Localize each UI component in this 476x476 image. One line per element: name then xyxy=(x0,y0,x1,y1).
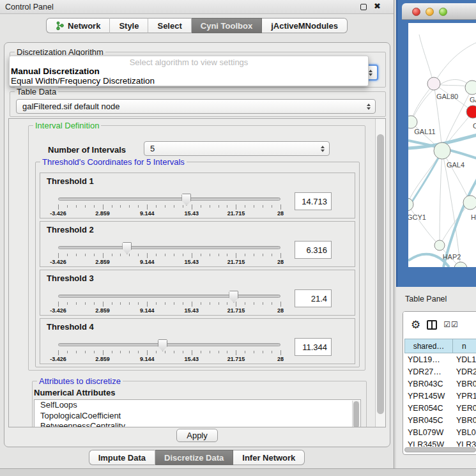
tab-select[interactable]: Select xyxy=(148,18,191,33)
tick-mark xyxy=(280,350,281,355)
slider-track xyxy=(58,197,280,201)
tick-mark xyxy=(112,205,112,208)
tick-mark xyxy=(280,204,281,210)
cell-shared-name: YLR345W xyxy=(404,440,453,447)
threshold-value-field[interactable]: 21.4 xyxy=(295,289,332,307)
cell-shared-name: YER054C xyxy=(404,404,453,413)
tick-mark xyxy=(174,254,174,256)
tick-mark xyxy=(174,351,174,353)
network-node-labels: GAL80GACGAL11GAL4GCY1HHAP2 xyxy=(408,93,476,261)
table-row[interactable]: YBR045CYBR0 xyxy=(404,414,476,426)
tick-mark xyxy=(272,205,272,208)
table-row[interactable]: YDL19…YDL1 xyxy=(404,353,476,365)
tab-network[interactable]: Network xyxy=(46,18,110,33)
tick-label: 9.144 xyxy=(140,210,155,217)
tab-cyni-toolbox[interactable]: Cyni Toolbox xyxy=(192,18,262,33)
float-icon[interactable] xyxy=(360,4,367,10)
tick-mark xyxy=(245,351,245,353)
table-row[interactable]: YPR145WYPR1 xyxy=(404,390,476,402)
tick-mark xyxy=(254,254,254,256)
network-node-label: GA xyxy=(470,96,476,104)
tab-label: Impute Data xyxy=(98,453,146,463)
threshold-slider-3[interactable]: -3.4262.8599.14415.4321.71528 xyxy=(58,293,280,314)
column-header-shared-name[interactable]: shared… xyxy=(404,339,453,353)
slider-track xyxy=(58,295,280,298)
table-row[interactable]: YDR27…YDR2 xyxy=(404,365,476,378)
tick-label: -3.426 xyxy=(50,307,66,314)
table-row[interactable]: YLR345WYLR3 xyxy=(404,438,476,447)
tab-discretize-data[interactable]: Discretize Data xyxy=(155,450,233,465)
table-panel: Table Panel ⚙ ☑☑ shared… n YDL19…YDL1YDR… xyxy=(396,287,476,468)
tick-mark xyxy=(165,254,165,256)
column-header-name[interactable]: n xyxy=(453,339,476,353)
network-node[interactable] xyxy=(466,105,476,118)
cell-shared-name: YBR045C xyxy=(404,416,453,425)
tick-label: 15.43 xyxy=(185,356,199,362)
table-panel-title: Table Panel xyxy=(405,295,447,303)
minimize-traffic-light-icon[interactable] xyxy=(426,8,434,16)
tick-mark xyxy=(147,302,148,307)
apply-button[interactable]: Apply xyxy=(176,429,218,442)
table-horizontal-scrollbar[interactable] xyxy=(404,447,476,452)
tick-mark xyxy=(219,205,219,208)
tab-impute-data[interactable]: Impute Data xyxy=(89,450,155,465)
tick-label: 28 xyxy=(277,210,284,217)
threshold-value-field[interactable]: 6.316 xyxy=(295,241,332,259)
table-row[interactable]: YBL079WYBL0 xyxy=(404,426,476,438)
interval-definition-label: Interval Definition xyxy=(33,121,101,130)
threshold-slider-4[interactable]: -3.4262.8599.14415.4321.71528 xyxy=(58,342,280,362)
thresholds-group: Threshold's Coordinates for 5 Intervals … xyxy=(35,162,360,367)
network-node[interactable] xyxy=(463,196,476,210)
select-columns-icon[interactable]: ☑☑ xyxy=(443,320,459,329)
tick-mark xyxy=(94,302,95,305)
tick-mark xyxy=(174,302,174,305)
tick-mark xyxy=(192,253,192,258)
tick-mark xyxy=(120,302,121,305)
algorithm-option-equal-width[interactable]: Equal Width/Frequency Discretization xyxy=(11,76,155,86)
tick-mark xyxy=(183,205,183,208)
threshold-value-field[interactable]: 14.713 xyxy=(295,192,332,210)
threshold-slider-1[interactable]: -3.4262.8599.14415.4321.71528 xyxy=(58,196,280,217)
table-data-combobox[interactable]: galFiltered.sif default node xyxy=(16,99,376,114)
network-node[interactable] xyxy=(465,81,476,95)
tick-label: 28 xyxy=(277,356,284,362)
columns-icon[interactable] xyxy=(427,320,437,330)
threshold-value-field[interactable]: 11.344 xyxy=(295,338,332,356)
tab-infer-network[interactable]: Infer Network xyxy=(233,450,305,465)
tick-label: -3.426 xyxy=(50,356,66,362)
attribute-list-scrollbar[interactable] xyxy=(352,401,360,427)
tick-mark xyxy=(76,351,77,353)
network-node[interactable] xyxy=(434,142,450,159)
table-row[interactable]: YER054CYER0 xyxy=(404,402,476,414)
tab-style[interactable]: Style xyxy=(110,18,148,33)
attribute-item[interactable]: BetweennessCentrality xyxy=(35,421,360,427)
network-canvas[interactable]: GAL80GACGAL11GAL4GCY1HHAP2 xyxy=(408,23,476,267)
gear-icon[interactable]: ⚙ xyxy=(411,319,420,330)
attribute-item[interactable]: TopologicalCoefficient xyxy=(35,411,360,422)
zoom-traffic-light-icon[interactable] xyxy=(439,8,447,16)
numerical-attributes-list[interactable]: SelfLoopsTopologicalCoefficientBetweenne… xyxy=(34,399,361,427)
cell-name: YER0 xyxy=(453,404,476,413)
tick-label: 9.144 xyxy=(140,356,155,362)
tab-jactivemnodules[interactable]: jActiveMNodules xyxy=(262,18,348,33)
attribute-item[interactable]: SelfLoops xyxy=(35,400,360,411)
network-node[interactable] xyxy=(427,77,440,90)
table-data-combobox-value: galFiltered.sif default node xyxy=(22,102,119,111)
algorithm-option-manual[interactable]: Manual Discretization xyxy=(11,66,100,76)
number-of-intervals-combobox[interactable]: 5 xyxy=(144,141,330,156)
network-node[interactable] xyxy=(454,262,467,267)
close-icon[interactable]: ✖ xyxy=(374,1,381,11)
tick-mark xyxy=(156,302,157,305)
tab-label: Select xyxy=(157,21,181,31)
threshold-slider-2[interactable]: -3.4262.8599.14415.4321.71528 xyxy=(58,245,280,265)
close-traffic-light-icon[interactable] xyxy=(412,8,420,16)
tick-mark xyxy=(174,205,174,208)
interval-definition-group: Interval Definition Number of Intervals … xyxy=(28,125,365,371)
network-node-label: H xyxy=(471,213,476,221)
table-row[interactable]: YBR043CYBR0 xyxy=(404,378,476,390)
settings-vertical-scrollbar[interactable] xyxy=(375,119,385,427)
network-node[interactable] xyxy=(434,240,445,250)
cell-name: YLR3 xyxy=(453,440,476,447)
tick-mark xyxy=(272,351,272,353)
tab-label: Network xyxy=(68,21,100,31)
